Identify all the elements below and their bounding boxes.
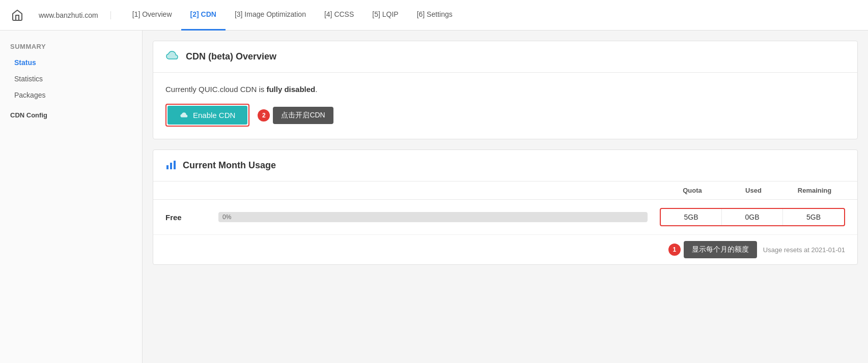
- usage-tooltip-wrapper: 1 显示每个月的额度: [668, 241, 757, 258]
- main-content: CDN (beta) Overview Currently QUIC.cloud…: [143, 31, 868, 363]
- cdn-overview-title: CDN (beta) Overview: [186, 51, 276, 62]
- cdn-actions: Enable CDN 2 点击开启CDN: [165, 104, 845, 127]
- enable-cdn-button[interactable]: Enable CDN: [167, 106, 247, 125]
- sidebar: Summary Status Statistics Packages CDN C…: [0, 31, 143, 363]
- usage-values: 5GB 0GB 5GB: [660, 208, 845, 226]
- main-nav: [1] Overview [2] CDN [3] Image Optimizat…: [123, 0, 462, 30]
- tab-lqip[interactable]: [5] LQIP: [363, 0, 407, 31]
- sidebar-item-packages[interactable]: Packages: [0, 87, 142, 103]
- progress-container: 0%: [218, 212, 648, 222]
- layout: Summary Status Statistics Packages CDN C…: [0, 31, 868, 363]
- sidebar-item-statistics[interactable]: Statistics: [0, 71, 142, 87]
- badge-2: 2: [258, 109, 270, 122]
- usage-col-headers-row: Quota Used Remaining: [153, 182, 857, 200]
- header: www.banzhuti.com [1] Overview [2] CDN [3…: [0, 0, 868, 31]
- bar-chart-icon: [165, 159, 177, 172]
- cdn-overview-body: Currently QUIC.cloud CDN is fully disabl…: [153, 73, 857, 139]
- tab-ccss[interactable]: [4] CCSS: [315, 0, 363, 31]
- tab-overview[interactable]: [1] Overview: [123, 0, 181, 31]
- tab-cdn[interactable]: [2] CDN: [181, 0, 226, 31]
- cloud-icon: [165, 50, 180, 63]
- usage-card: Current Month Usage Quota Used Remaining…: [153, 149, 858, 265]
- svg-rect-2: [174, 161, 176, 169]
- quota-value: 5GB: [661, 209, 722, 225]
- progress-bar-bg: 0%: [218, 212, 648, 222]
- usage-row-label: Free: [165, 213, 206, 222]
- cdn-overview-card: CDN (beta) Overview Currently QUIC.cloud…: [153, 41, 858, 139]
- sidebar-cdn-config-label: CDN Config: [0, 103, 142, 121]
- reset-text: Usage resets at 2021-01-01: [763, 246, 845, 254]
- cdn-overview-header: CDN (beta) Overview: [153, 41, 857, 73]
- tab-image-optimization[interactable]: [3] Image Optimization: [226, 0, 315, 31]
- col-used: Used: [723, 187, 784, 194]
- svg-rect-0: [166, 165, 169, 169]
- cdn-status-text: Currently QUIC.cloud CDN is fully disabl…: [165, 85, 845, 94]
- svg-rect-1: [170, 163, 172, 169]
- sidebar-summary-label: Summary: [0, 43, 142, 54]
- remaining-value: 5GB: [783, 209, 844, 225]
- enable-cdn-btn-wrapper: Enable CDN: [165, 104, 249, 127]
- domain-label: www.banzhuti.com: [39, 11, 111, 19]
- tab-settings[interactable]: [6] Settings: [408, 0, 462, 31]
- col-remaining: Remaining: [784, 187, 845, 194]
- used-value: 0GB: [722, 209, 783, 225]
- usage-card-header: Current Month Usage: [153, 150, 857, 182]
- cdn-tooltip-1: 2 点击开启CDN: [258, 107, 333, 124]
- progress-label: 0%: [222, 214, 231, 221]
- usage-data-row: Free 0% 5GB 0GB 5GB: [153, 200, 857, 235]
- tooltip-enable-cdn: 点击开启CDN: [273, 107, 333, 124]
- usage-card-title: Current Month Usage: [183, 160, 276, 171]
- tooltip-quota: 显示每个月的额度: [684, 241, 757, 258]
- reset-row: 1 显示每个月的额度 Usage resets at 2021-01-01: [153, 235, 857, 264]
- sidebar-item-status[interactable]: Status: [0, 54, 142, 71]
- home-button[interactable]: [8, 6, 26, 24]
- badge-1: 1: [668, 244, 681, 256]
- col-quota: Quota: [662, 187, 723, 194]
